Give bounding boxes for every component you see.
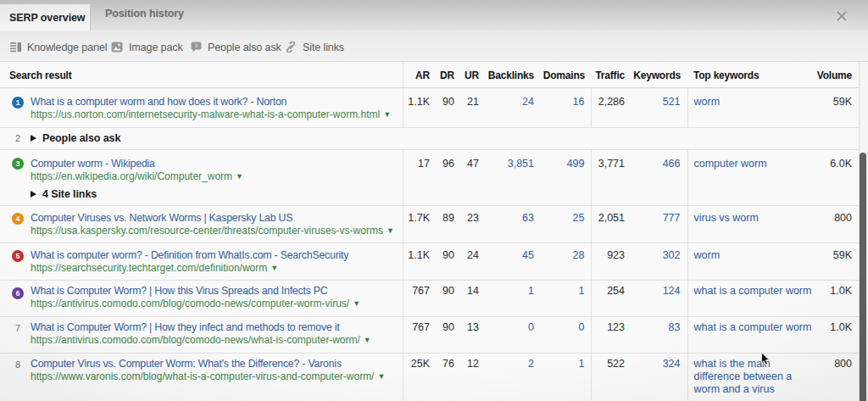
svg-text:?: ?	[194, 43, 198, 49]
